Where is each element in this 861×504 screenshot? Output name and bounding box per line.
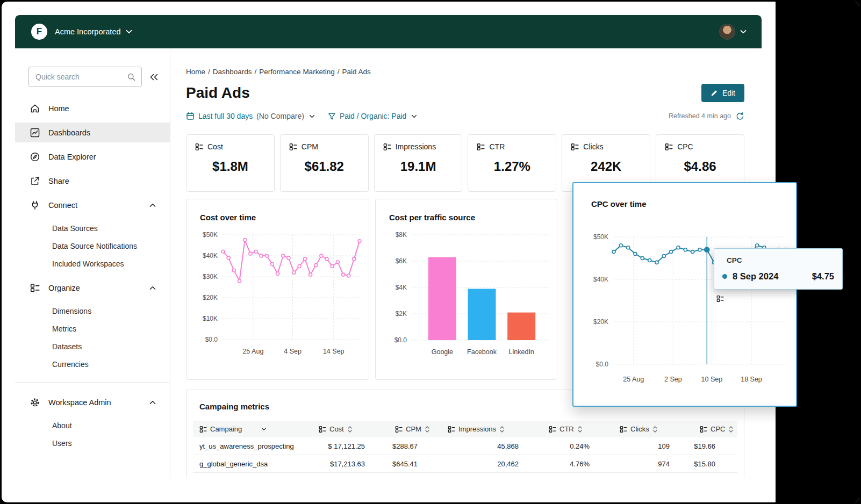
user-menu[interactable]	[719, 24, 747, 40]
breadcrumb-separator: /	[338, 68, 340, 76]
edit-button[interactable]: Edit	[701, 84, 744, 102]
sidebar-item-about[interactable]: About	[15, 416, 170, 434]
cpc-over-time-popup[interactable]: CPC over time $50K$40K$20K$0.025 Aug2 Se…	[572, 182, 797, 407]
sidebar-item-data-source-notifications[interactable]: Data Source Notifications	[15, 237, 170, 255]
breadcrumb-link[interactable]: Dashboards	[213, 68, 252, 76]
org-name: Acme Incorporated	[55, 27, 121, 36]
sidebar-item-currencies[interactable]: Currencies	[15, 355, 170, 373]
svg-text:Google: Google	[432, 348, 453, 356]
sidebar-item-data-sources[interactable]: Data Sources	[15, 219, 170, 237]
sidebar-item-datasets[interactable]: Datasets	[15, 337, 170, 355]
sidebar-section-label: Workspace Admin	[48, 398, 111, 407]
sort-icon[interactable]	[652, 426, 658, 433]
organize-icon	[30, 283, 40, 293]
sidebar-item-share[interactable]: Share	[15, 171, 170, 191]
chart-tooltip: CPC 8 Sep 2024 $4.75	[714, 248, 843, 290]
svg-text:$40K: $40K	[203, 252, 218, 260]
column-header-label: Impressions	[458, 425, 496, 433]
kpi-card-impressions[interactable]: Impressions 19.1M	[374, 134, 463, 192]
svg-text:$2K: $2K	[396, 310, 407, 318]
cell-clicks: 974	[613, 460, 693, 468]
sidebar-section-organize[interactable]: Organize	[15, 278, 170, 298]
avatar	[719, 24, 735, 40]
cell-clicks: 109	[613, 442, 693, 450]
connect-sublist: Data Sources Data Source Notifications I…	[15, 219, 170, 272]
column-header-cpm[interactable]: CPM	[389, 425, 441, 433]
sidebar-item-data-explorer[interactable]: Data Explorer	[15, 147, 170, 167]
bar-linkedin	[507, 313, 535, 340]
data-point	[270, 263, 274, 266]
sub-item-label: Dimensions	[52, 307, 91, 315]
sidebar-item-metrics[interactable]: Metrics	[15, 320, 170, 337]
column-header-label: Clicks	[630, 425, 649, 433]
sidebar-item-users[interactable]: Users	[15, 434, 170, 452]
svg-text:$4K: $4K	[396, 284, 407, 291]
cost-over-time-chart: $50K$40K$30K$20K$10K$0.025 Aug4 Sep14 Se…	[190, 226, 367, 362]
sidebar-section-connect[interactable]: Connect	[15, 195, 170, 215]
dashboards-icon	[30, 127, 40, 138]
breadcrumb-separator: /	[255, 68, 257, 76]
cell-ctr: 0.24%	[542, 442, 613, 450]
data-point	[254, 250, 257, 253]
sort-icon[interactable]	[728, 426, 734, 433]
breadcrumb-separator: /	[208, 68, 210, 76]
org-switcher[interactable]: Acme Incorporated	[47, 27, 132, 36]
series-dot-icon	[722, 274, 727, 279]
sort-icon[interactable]	[425, 426, 430, 433]
date-range-filter[interactable]: Last full 30 days (No Compare)	[186, 112, 315, 120]
table-row[interactable]: yt_us_awareness_prospecting $ 17,121.25 …	[193, 437, 737, 455]
column-header-cpc[interactable]: CPC	[693, 425, 739, 433]
breadcrumb-link[interactable]: Home	[186, 68, 205, 76]
cost-per-traffic-source-card[interactable]: Cost per traffic source $8K$6K$4K$2K$0.0…	[375, 199, 557, 380]
cost-over-time-card[interactable]: Cost over time $50K$40K$30K$20K$10K$0.02…	[186, 199, 369, 380]
sub-item-label: Data Source Notifications	[52, 242, 137, 250]
search-input[interactable]	[35, 73, 127, 81]
tooltip-metric-label: CPC	[727, 256, 742, 264]
tooltip-date: 8 Sep 2024	[733, 271, 778, 282]
sidebar-item-dimensions[interactable]: Dimensions	[15, 302, 170, 320]
cell-cpc: $15.80	[693, 460, 739, 468]
sidebar-item-dashboards[interactable]: Dashboards	[15, 123, 170, 142]
refresh-icon[interactable]	[736, 112, 744, 120]
sidebar-item-home[interactable]: Home	[15, 98, 170, 118]
data-point	[684, 248, 687, 251]
kpi-card-cost[interactable]: Cost $1.8M	[186, 134, 275, 192]
kpi-card-cpm[interactable]: CPM $61.82	[280, 134, 369, 192]
sort-icon[interactable]	[499, 426, 505, 433]
chevron-down-icon[interactable]	[261, 427, 267, 431]
cell-campaign: yt_us_awareness_prospecting	[193, 442, 312, 450]
metric-icon	[620, 426, 627, 433]
cell-cpc: $19.66	[693, 442, 739, 450]
compass-icon	[30, 152, 40, 162]
sidebar-item-label: Home	[48, 104, 69, 113]
quick-search[interactable]	[28, 67, 142, 87]
svg-text:$10K: $10K	[203, 315, 218, 322]
svg-text:2 Sep: 2 Sep	[664, 376, 682, 383]
chevron-up-icon	[149, 286, 156, 290]
bar-facebook	[468, 289, 496, 341]
column-header-ctr[interactable]: CTR	[542, 425, 613, 433]
kpi-card-ctr[interactable]: CTR 1.27%	[468, 134, 556, 192]
metric-icon	[195, 143, 203, 151]
column-header-campaign[interactable]: Campaing	[193, 425, 312, 433]
cell-campaign: g_global_generic_dsa	[193, 460, 312, 468]
column-header-clicks[interactable]: Clicks	[613, 425, 693, 433]
data-point	[232, 269, 235, 272]
segment-filter[interactable]: Paid / Organic: Paid	[328, 112, 418, 120]
sidebar-section-workspace-admin[interactable]: Workspace Admin	[15, 392, 170, 412]
svg-text:10 Sep: 10 Sep	[701, 376, 723, 383]
sort-icon[interactable]	[577, 426, 583, 433]
cell-cost: $ 17,121.25	[312, 442, 389, 450]
sub-item-label: Currencies	[52, 360, 89, 369]
column-header-cost[interactable]: Cost	[312, 425, 389, 433]
sidebar-collapse-icon[interactable]	[149, 73, 159, 81]
metric-icon	[448, 426, 455, 433]
column-header-impressions[interactable]: Impressions	[441, 425, 542, 433]
chevron-down-icon	[309, 114, 315, 118]
breadcrumb-link[interactable]: Performance Marketing	[259, 68, 334, 76]
sort-icon[interactable]	[347, 426, 353, 433]
data-point	[309, 273, 312, 276]
svg-text:4 Sep: 4 Sep	[284, 348, 302, 355]
table-row[interactable]: g_global_generic_dsa $17,213.63 $645.41 …	[193, 455, 737, 473]
sidebar-item-included-workspaces[interactable]: Included Workspaces	[15, 255, 170, 272]
